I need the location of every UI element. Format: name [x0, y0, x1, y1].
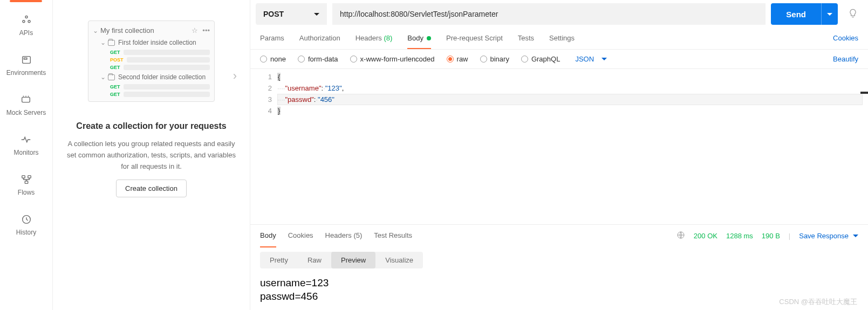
- save-response-button[interactable]: Save Response: [799, 232, 858, 240]
- create-collection-button[interactable]: Create collection: [116, 180, 187, 197]
- request-bar: POST Send: [250, 0, 868, 28]
- svg-rect-5: [22, 97, 30, 102]
- send-label: Send: [771, 10, 821, 19]
- nav-history[interactable]: History: [16, 213, 36, 236]
- radio-label: binary: [490, 55, 509, 63]
- json-value: "123": [325, 84, 342, 92]
- tab-authorization[interactable]: Authorization: [299, 28, 340, 49]
- method-badge: POST: [110, 57, 124, 63]
- response-preview: username=123 passwd=456: [250, 273, 868, 310]
- radio-label: GraphQL: [531, 55, 560, 63]
- response-status: 200 OK 1288 ms 190 B | Save Response: [676, 231, 858, 241]
- nav-monitors[interactable]: Monitors: [13, 134, 38, 156]
- more-icon[interactable]: •••: [202, 26, 210, 35]
- resp-tab-body[interactable]: Body: [260, 225, 276, 247]
- folder-icon: [108, 74, 115, 80]
- request-placeholder[interactable]: GET: [88, 83, 214, 91]
- flows-icon: [20, 174, 32, 185]
- star-icon[interactable]: ☆: [192, 26, 198, 35]
- preview-line: username=123: [260, 276, 858, 290]
- tab-headers[interactable]: Headers (8): [356, 28, 393, 49]
- nav-label: Flows: [18, 189, 35, 196]
- request-placeholder[interactable]: GET: [88, 49, 214, 56]
- request-placeholder[interactable]: GET: [88, 64, 214, 71]
- send-options-dropdown[interactable]: [821, 3, 838, 25]
- nav-flows[interactable]: Flows: [18, 174, 35, 196]
- resp-tab-headers[interactable]: Headers (5): [325, 225, 363, 247]
- method-badge: GET: [110, 84, 120, 89]
- radio-icon: [350, 56, 357, 63]
- send-button[interactable]: Send: [771, 3, 838, 25]
- brace: {: [277, 73, 281, 81]
- json-key: "username": [285, 84, 321, 92]
- placeholder-bar: [127, 57, 210, 63]
- tab-prerequest[interactable]: Pre-request Script: [446, 28, 503, 49]
- collection-header[interactable]: ⌄ My first collection ☆ •••: [88, 24, 214, 37]
- cookies-link[interactable]: Cookies: [833, 28, 858, 49]
- placeholder-bar: [124, 50, 210, 55]
- nav-label: Mock Servers: [6, 109, 46, 116]
- beautify-link[interactable]: Beautify: [833, 55, 858, 63]
- radio-binary[interactable]: binary: [480, 55, 509, 63]
- radio-label: x-www-form-urlencoded: [360, 55, 435, 63]
- view-visualize[interactable]: Visualize: [375, 252, 423, 268]
- tab-tests[interactable]: Tests: [518, 28, 534, 49]
- nav-label: History: [16, 229, 36, 236]
- nav-label: Monitors: [13, 149, 38, 156]
- nav-mock-servers[interactable]: Mock Servers: [6, 94, 46, 116]
- method-select[interactable]: POST: [256, 3, 327, 25]
- svg-rect-11: [25, 181, 28, 184]
- view-pretty[interactable]: Pretty: [260, 252, 298, 268]
- empty-state: Create a collection for your requests A …: [57, 121, 245, 197]
- view-raw[interactable]: Raw: [298, 252, 331, 268]
- tips-icon[interactable]: [848, 8, 858, 20]
- radio-label: none: [270, 55, 286, 63]
- chevron-down-icon: ⌄: [100, 39, 106, 46]
- active-indicator: [10, 0, 42, 2]
- left-nav: APIs Environments Mock Servers Monitors …: [0, 0, 53, 310]
- radio-icon: [447, 56, 454, 63]
- chevron-down-icon: [853, 235, 858, 237]
- chevron-down-icon: ⌄: [93, 27, 98, 35]
- save-label: Save Response: [799, 232, 849, 240]
- url-input[interactable]: [332, 3, 766, 25]
- language-label: JSON: [575, 55, 594, 63]
- folder-row[interactable]: ⌄ Second folder inside collection: [88, 71, 214, 83]
- radio-icon: [521, 56, 528, 63]
- code-area[interactable]: { ····"username":·"123", ····"passwd":·"…: [277, 71, 868, 222]
- chevron-down-icon: ⌄: [100, 73, 106, 81]
- globe-icon[interactable]: [676, 231, 685, 241]
- main-panel: POST Send Params Authorization Headers (…: [250, 0, 868, 310]
- nav-environments[interactable]: Environments: [6, 54, 46, 77]
- placeholder-bar: [124, 92, 210, 97]
- method-value: POST: [263, 10, 284, 18]
- svg-rect-10: [28, 176, 31, 178]
- tab-settings[interactable]: Settings: [549, 28, 575, 49]
- nav-apis[interactable]: APIs: [19, 14, 33, 37]
- request-placeholder[interactable]: GET: [88, 91, 214, 98]
- view-preview[interactable]: Preview: [331, 252, 375, 268]
- chevron-right-icon[interactable]: ›: [233, 69, 237, 83]
- status-code: 200 OK: [694, 232, 717, 240]
- tab-label: Headers: [356, 34, 382, 42]
- radio-raw[interactable]: raw: [447, 55, 468, 63]
- tab-params[interactable]: Params: [260, 28, 284, 49]
- environments-icon: [20, 54, 32, 66]
- radio-formdata[interactable]: form-data: [298, 55, 338, 63]
- body-type-row: none form-data x-www-form-urlencoded raw…: [250, 50, 868, 69]
- tab-body[interactable]: Body: [407, 28, 431, 49]
- radio-label: raw: [457, 55, 468, 63]
- svg-point-0: [25, 16, 27, 18]
- body-editor[interactable]: 1 2 3 4 { ····"username":·"123", ····"pa…: [250, 69, 868, 224]
- resp-tab-cookies[interactable]: Cookies: [288, 225, 313, 247]
- resp-tab-testresults[interactable]: Test Results: [374, 225, 412, 247]
- collection-name: My first collection: [100, 26, 154, 35]
- empty-blurb: A collection lets you group related requ…: [64, 139, 239, 172]
- radio-none[interactable]: none: [260, 55, 286, 63]
- language-select[interactable]: JSON: [575, 55, 607, 63]
- line-number: 1: [250, 71, 272, 82]
- radio-urlencoded[interactable]: x-www-form-urlencoded: [350, 55, 435, 63]
- request-placeholder[interactable]: POST: [88, 56, 214, 64]
- folder-row[interactable]: ⌄ First folder inside collection: [88, 37, 214, 49]
- radio-graphql[interactable]: GraphQL: [521, 55, 560, 63]
